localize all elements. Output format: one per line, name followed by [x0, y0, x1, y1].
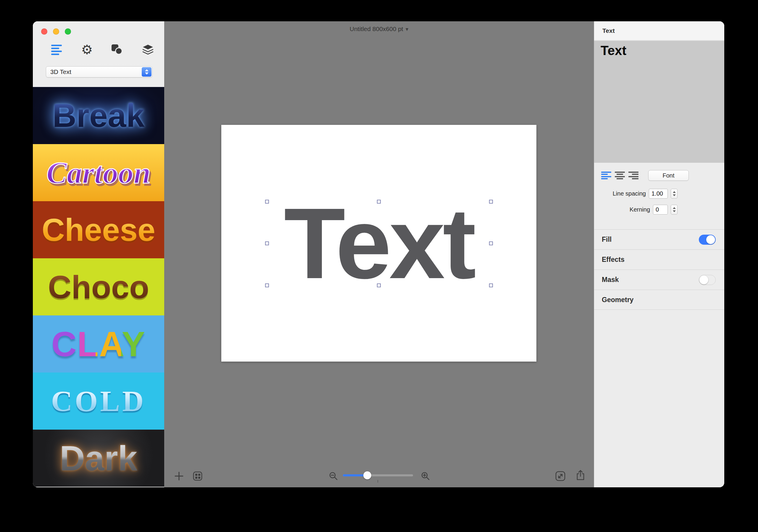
dropdown-chevrons-icon	[142, 67, 152, 77]
style-preset-dark[interactable]: Dark	[33, 430, 164, 487]
sidebar-toolbar: ⚙	[50, 42, 155, 57]
align-left-icon[interactable]	[601, 172, 611, 179]
sidebar-header: ⚙ 3D Text	[33, 21, 164, 87]
list-lines-icon	[51, 45, 62, 55]
selection-handle-bottom-left[interactable]	[265, 283, 269, 287]
pages-grid-button[interactable]	[192, 471, 203, 481]
align-center-icon[interactable]	[615, 172, 625, 179]
document-title[interactable]: Untitled 800x600 pt▾	[164, 25, 594, 33]
expand-icon	[555, 471, 566, 482]
canvas-text[interactable]: Text	[284, 193, 474, 294]
zoom-out-button[interactable]	[328, 471, 338, 481]
document-title-text: Untitled 800x600 pt	[350, 25, 403, 32]
style-preset-break[interactable]: Break	[33, 87, 164, 144]
zoom-out-icon	[328, 471, 338, 481]
share-button[interactable]	[575, 469, 586, 481]
shapes-tab[interactable]	[110, 42, 124, 57]
preset-label: Choco	[48, 268, 149, 306]
text-alignment-group	[601, 172, 638, 179]
zoom-in-icon	[420, 471, 431, 481]
canvas-area: Untitled 800x600 pt▾ Text	[164, 21, 594, 487]
styles-list-icon[interactable]	[50, 42, 64, 57]
style-preset-cartoon[interactable]: Cartoon	[33, 144, 164, 201]
fill-toggle-knob	[706, 235, 715, 244]
line-spacing-label: Line spacing	[613, 190, 646, 197]
preset-label: Dark	[60, 438, 137, 479]
line-spacing-input[interactable]	[649, 189, 668, 198]
zoom-slider-knob[interactable]	[363, 471, 371, 479]
zoom-in-button[interactable]	[420, 471, 431, 481]
dropdown-value: 3D Text	[50, 67, 71, 77]
selection-handle-top-middle[interactable]	[377, 200, 381, 203]
preset-label: Cheese	[42, 211, 155, 248]
section-fill-label: Fill	[602, 230, 611, 249]
kerning-label: Kerning	[630, 206, 650, 213]
selection-handle-middle-left[interactable]	[265, 241, 269, 245]
style-category-dropdown[interactable]: 3D Text	[46, 66, 153, 78]
mask-toggle[interactable]	[699, 275, 716, 285]
fullscreen-button[interactable]	[65, 28, 71, 35]
text-content-value[interactable]: Text	[601, 43, 626, 58]
selection-handle-top-left[interactable]	[265, 200, 269, 203]
close-button[interactable]	[41, 28, 47, 35]
window-controls	[41, 28, 71, 35]
settings-tab[interactable]: ⚙	[80, 42, 94, 57]
app-window: ⚙ 3D Text Break	[33, 21, 724, 487]
grid-icon	[192, 471, 203, 481]
minimize-button[interactable]	[53, 28, 59, 35]
mask-toggle-knob	[700, 275, 708, 284]
section-mask-label: Mask	[602, 270, 619, 289]
fill-toggle[interactable]	[699, 235, 716, 245]
font-button[interactable]: Font	[648, 170, 689, 181]
shapes-icon	[111, 44, 124, 56]
zoom-slider-track[interactable]	[343, 474, 413, 477]
selection-handle-bottom-middle[interactable]	[377, 283, 381, 287]
style-presets-list: Break Cartoon Cheese Choco CLAY COLD Dar…	[33, 87, 164, 487]
layers-icon	[142, 44, 154, 55]
section-fill[interactable]: Fill	[594, 229, 724, 249]
section-effects-label: Effects	[602, 250, 625, 269]
layers-tab[interactable]	[141, 42, 155, 57]
inspector-header: Text	[594, 21, 724, 41]
line-spacing-row: Line spacing	[594, 188, 677, 199]
add-layer-button[interactable]	[174, 471, 184, 481]
preset-label: CLAY	[52, 324, 146, 364]
inspector-header-title: Text	[603, 21, 615, 40]
kerning-stepper[interactable]	[671, 205, 677, 215]
selection-handle-bottom-right[interactable]	[489, 283, 493, 287]
text-content-editor[interactable]: Text	[594, 41, 724, 163]
kerning-row: Kerning	[594, 204, 677, 215]
gear-icon: ⚙	[81, 43, 93, 57]
sidebar: ⚙ 3D Text Break	[33, 21, 164, 487]
enter-fullscreen-button[interactable]	[555, 471, 566, 482]
style-preset-cold[interactable]: COLD	[33, 372, 164, 430]
section-geometry-label: Geometry	[602, 290, 634, 309]
selection-handle-top-right[interactable]	[489, 200, 493, 203]
preset-label: Break	[52, 96, 144, 135]
preset-label: Cartoon	[47, 155, 151, 190]
chevron-down-icon: ▾	[406, 26, 409, 32]
style-preset-clay[interactable]: CLAY	[33, 315, 164, 372]
line-spacing-stepper[interactable]	[671, 189, 677, 198]
zoom-slider-center-tick	[378, 480, 378, 482]
plus-icon	[174, 471, 184, 481]
kerning-input[interactable]	[653, 205, 668, 215]
align-right-icon[interactable]	[628, 172, 638, 179]
section-effects[interactable]: Effects	[594, 249, 724, 269]
style-preset-choco[interactable]: Choco	[33, 258, 164, 315]
selection-handle-middle-right[interactable]	[489, 241, 493, 245]
style-preset-cheese[interactable]: Cheese	[33, 201, 164, 258]
share-icon	[575, 469, 586, 481]
preset-label: COLD	[51, 384, 146, 418]
section-geometry[interactable]: Geometry	[594, 290, 724, 310]
inspector-panel: Text Text Font Line spacing Kerning Fill…	[594, 21, 724, 487]
section-mask[interactable]: Mask	[594, 269, 724, 290]
